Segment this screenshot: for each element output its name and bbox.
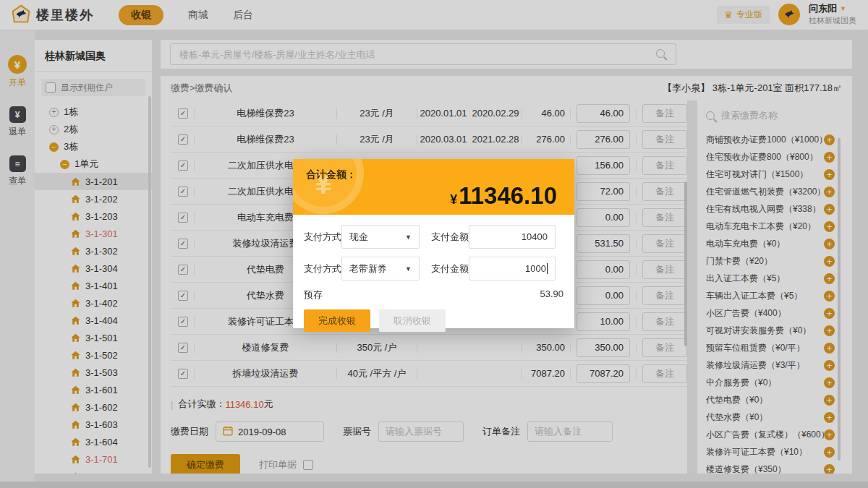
dropdown-arrow-icon: ▼ (405, 234, 412, 241)
payment-amount-input[interactable]: 10400 (469, 225, 556, 249)
payment-amount-label: 支付金额 (431, 262, 469, 275)
total-amount-value: ¥ 11346.10 (450, 182, 557, 210)
payment-method-label: 支付方式 (304, 262, 341, 275)
checkout-modal: ¥ 合计金额： ¥ 11346.10 支付方式 现金 ▼ 支付金额 10400 … (293, 159, 574, 328)
finish-checkout-button[interactable]: 完成收银 (304, 309, 370, 332)
payment-amount-input-2[interactable]: 1000 (469, 257, 556, 281)
prestore-label: 预存 (304, 288, 323, 301)
total-amount-label: 合计金额： (306, 168, 357, 181)
prestore-value: 53.90 (540, 288, 563, 301)
payment-method-select-2[interactable]: 老带新券 ▼ (341, 257, 420, 281)
modal-header: ¥ 合计金额： ¥ 11346.10 (293, 159, 574, 215)
payment-method-label: 支付方式 (304, 231, 341, 244)
coin-icon: ¥ (293, 159, 364, 214)
payment-method-select[interactable]: 现金 ▼ (341, 225, 420, 249)
payment-amount-label: 支付金额 (431, 231, 469, 244)
dropdown-arrow-icon: ▼ (405, 265, 412, 273)
text-caret (547, 263, 548, 274)
cancel-checkout-button[interactable]: 取消收银 (379, 309, 446, 332)
